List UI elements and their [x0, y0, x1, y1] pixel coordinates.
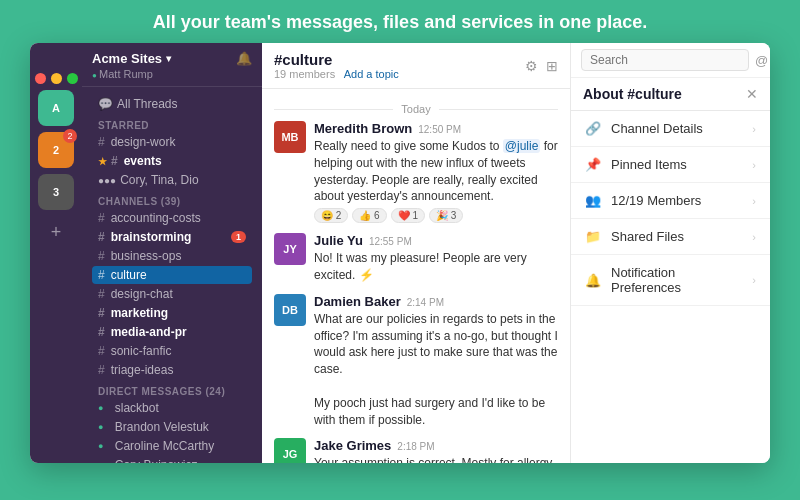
chevron-channel-details: ›	[752, 123, 756, 135]
workspace-icon-3[interactable]: 3	[38, 174, 74, 210]
brainstorming-badge: 1	[231, 231, 246, 243]
search-input[interactable]	[581, 49, 749, 71]
notification-prefs-label: Notification Preferences	[611, 265, 744, 295]
sidebar-item-caroline[interactable]: ● Caroline McCarthy	[92, 437, 252, 455]
sidebar-item-all-threads[interactable]: 💬 All Threads	[92, 95, 252, 113]
panel-notification-prefs[interactable]: 🔔 Notification Preferences ›	[571, 255, 770, 306]
channels-label: CHANNELS (39)	[92, 190, 252, 209]
close-panel-icon[interactable]: ✕	[746, 86, 758, 102]
search-bar: @ ☆ ⋮	[571, 43, 770, 78]
sidebar-item-accounting-costs[interactable]: #accounting-costs	[92, 209, 252, 227]
date-divider: Today	[274, 103, 558, 115]
workspace-icon-2[interactable]: 2 2	[38, 132, 74, 168]
sidebar-item-business-ops[interactable]: #business-ops	[92, 247, 252, 265]
shared-files-icon: 📁	[585, 229, 603, 244]
sidebar-item-slackbot[interactable]: ● slackbot	[92, 399, 252, 417]
settings-icon[interactable]: ⚙	[525, 58, 538, 74]
dm-label: DIRECT MESSAGES (24)	[92, 380, 252, 399]
channel-details-icon: 🔗	[585, 121, 603, 136]
members-label: 12/19 Members	[611, 193, 701, 208]
main-chat: #culture 19 members Add a topic ⚙ ⊞ Toda…	[262, 43, 570, 463]
sidebar-item-marketing[interactable]: #marketing	[92, 304, 252, 322]
sidebar-item-design-chat[interactable]: #design-chat	[92, 285, 252, 303]
tagline: All your team's messages, files and serv…	[133, 0, 668, 43]
reaction-party[interactable]: 🎉 3	[429, 208, 463, 223]
window-controls	[30, 73, 84, 90]
members-icon: 👥	[585, 193, 603, 208]
sidebar-item-events[interactable]: ★ #events	[92, 152, 252, 170]
sidebar-icons-strip: A 2 2 3 +	[30, 43, 82, 463]
workspace-name[interactable]: Acme Sites ▾ 🔔	[92, 51, 252, 66]
notifications-bell-icon[interactable]: 🔔	[236, 51, 252, 66]
notification-prefs-icon: 🔔	[585, 273, 603, 288]
panel-members[interactable]: 👥 12/19 Members ›	[571, 183, 770, 219]
chat-messages: Today MB Meredith Brown 12:50 PM Really …	[262, 89, 570, 463]
search-actions: @ ☆ ⋮	[755, 53, 770, 68]
time-jake1: 2:18 PM	[397, 441, 434, 452]
message-julie: JY Julie Yu 12:55 PM No! It was my pleas…	[274, 233, 558, 284]
right-sidebar: @ ☆ ⋮ About #culture ✕ 🔗 Channel Details…	[570, 43, 770, 463]
sidebar-item-culture[interactable]: #culture	[92, 266, 252, 284]
sidebar-item-cory-tina[interactable]: ●●● Cory, Tina, Dio	[92, 171, 252, 189]
chevron-shared-files: ›	[752, 231, 756, 243]
close-button[interactable]	[35, 73, 46, 84]
pinned-items-icon: 📌	[585, 157, 603, 172]
message-jake1: JG Jake Grimes 2:18 PM Your assumption i…	[274, 438, 558, 463]
text-jake1: Your assumption is correct. Mostly for a…	[314, 455, 558, 463]
panel-pinned-items[interactable]: 📌 Pinned Items ›	[571, 147, 770, 183]
maximize-button[interactable]	[67, 73, 78, 84]
sidebar-item-design-work[interactable]: #design-work	[92, 133, 252, 151]
author-damien1: Damien Baker	[314, 294, 401, 309]
reaction-thumbs[interactable]: 👍 6	[352, 208, 386, 223]
panel-channel-details[interactable]: 🔗 Channel Details ›	[571, 111, 770, 147]
text-meredith: Really need to give some Kudos to @julie…	[314, 138, 558, 205]
time-julie: 12:55 PM	[369, 236, 412, 247]
avatar-damien: DB	[274, 294, 306, 326]
sidebar-item-media-and-pr[interactable]: #media-and-pr	[92, 323, 252, 341]
channel-details-label: Channel Details	[611, 121, 703, 136]
badge-2: 2	[63, 129, 77, 143]
panel-shared-files[interactable]: 📁 Shared Files ›	[571, 219, 770, 255]
pinned-items-label: Pinned Items	[611, 157, 687, 172]
chat-channel-title: #culture 19 members Add a topic	[274, 51, 399, 80]
message-meredith: MB Meredith Brown 12:50 PM Really need t…	[274, 121, 558, 223]
reactions-meredith: 😄 2 👍 6 ❤️ 1 🎉 3	[314, 208, 558, 223]
sidebar-item-brandon[interactable]: ● Brandon Velestuk	[92, 418, 252, 436]
reaction-smile[interactable]: 😄 2	[314, 208, 348, 223]
sidebar-item-brainstorming[interactable]: #brainstorming 1	[92, 228, 252, 246]
workspace-header: Acme Sites ▾ 🔔 Matt Rump	[82, 43, 262, 87]
chevron-notification-prefs: ›	[752, 274, 756, 286]
time-meredith: 12:50 PM	[418, 124, 461, 135]
at-icon[interactable]: @	[755, 53, 768, 68]
minimize-button[interactable]	[51, 73, 62, 84]
starred-label: STARRED	[92, 114, 252, 133]
right-panel-items: 🔗 Channel Details › 📌 Pinned Items › 👥 1…	[571, 111, 770, 463]
sidebar-item-sonic-fanfic[interactable]: #sonic-fanfic	[92, 342, 252, 360]
mention-julie: @julie	[503, 139, 541, 153]
app-window: A 2 2 3 + Acme Sites ▾ 🔔 Matt Rump 💬 All…	[30, 43, 770, 463]
author-julie: Julie Yu	[314, 233, 363, 248]
avatar-julie: JY	[274, 233, 306, 265]
workspace-user: Matt Rump	[92, 68, 252, 80]
time-damien1: 2:14 PM	[407, 297, 444, 308]
workspace-icon-1[interactable]: A	[38, 90, 74, 126]
text-julie: No! It was my pleasure! People are very …	[314, 250, 558, 284]
author-meredith: Meredith Brown	[314, 121, 412, 136]
shared-files-label: Shared Files	[611, 229, 684, 244]
chevron-members: ›	[752, 195, 756, 207]
sidebar-item-triage-ideas[interactable]: #triage-ideas	[92, 361, 252, 379]
chat-header-actions: ⚙ ⊞	[525, 58, 558, 74]
left-sidebar: Acme Sites ▾ 🔔 Matt Rump 💬 All Threads S…	[82, 43, 262, 463]
layout-icon[interactable]: ⊞	[546, 58, 558, 74]
reaction-heart[interactable]: ❤️ 1	[391, 208, 425, 223]
text-damien1: What are our policies in regards to pets…	[314, 311, 558, 429]
sidebar-item-cory-b[interactable]: ● Cory Bujnowicz	[92, 456, 252, 463]
author-jake1: Jake Grimes	[314, 438, 391, 453]
chevron-pinned: ›	[752, 159, 756, 171]
sidebar-nav: 💬 All Threads STARRED #design-work ★ #ev…	[82, 87, 262, 463]
chat-header: #culture 19 members Add a topic ⚙ ⊞	[262, 43, 570, 89]
right-panel-title: About #culture	[583, 86, 682, 102]
right-sidebar-header: About #culture ✕	[571, 78, 770, 111]
add-workspace-button[interactable]: +	[51, 222, 62, 243]
avatar-jake: JG	[274, 438, 306, 463]
